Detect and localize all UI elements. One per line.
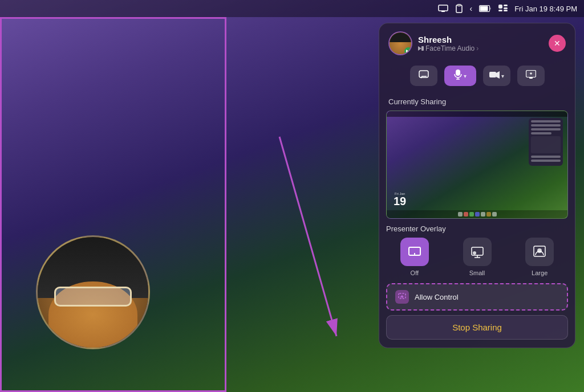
mic-chevron-icon: ▾ <box>464 73 467 79</box>
allow-control-label: Allow Control <box>415 293 459 301</box>
presenter-overlay-section: Presenter Overlay Off <box>379 219 575 280</box>
controls-row: ▾ ▾ <box>379 62 575 94</box>
presenter-option-large: Large <box>511 238 568 276</box>
presenter-options: Off Small <box>386 238 568 276</box>
preview-panel-row <box>531 128 561 130</box>
svg-rect-6 <box>498 5 502 9</box>
currently-sharing-label: Currently Sharing <box>379 94 575 111</box>
screen-preview: Fri Jan 19 <box>386 111 568 219</box>
svg-rect-14 <box>421 46 424 51</box>
panel-avatar <box>388 31 412 55</box>
svg-point-33 <box>537 248 542 253</box>
presenter-small-button[interactable] <box>463 238 492 266</box>
battery-icon <box>479 5 492 12</box>
screen-preview-menubar <box>387 111 567 117</box>
svg-rect-0 <box>439 5 448 11</box>
screen-preview-dock <box>387 210 567 218</box>
preview-panel-row-2 <box>531 160 561 162</box>
svg-rect-9 <box>498 10 502 11</box>
svg-rect-19 <box>489 72 496 77</box>
presenter-off-icon <box>408 245 421 259</box>
panel-username: Shreesh <box>418 35 543 44</box>
svg-rect-5 <box>480 6 488 11</box>
screen-share-menubar-icon[interactable] <box>438 5 448 13</box>
preview-panel-row <box>531 120 561 122</box>
menu-bar-time: Fri Jan 19 8:49 PM <box>514 5 577 13</box>
desktop-sharing-area <box>0 17 226 392</box>
facetime-badge <box>404 47 412 55</box>
clipboard-menubar-icon[interactable] <box>455 4 463 13</box>
stop-sharing-button[interactable]: Stop Sharing <box>386 315 568 340</box>
preview-date-day: 19 <box>394 195 406 207</box>
presenter-off-label: Off <box>411 270 419 276</box>
back-arrow-icon[interactable]: ‹ <box>470 4 473 13</box>
svg-rect-3 <box>457 5 461 6</box>
svg-rect-22 <box>529 77 533 79</box>
panel-header: Shreesh FaceTime Audio › ✕ <box>379 23 575 62</box>
close-panel-button[interactable]: ✕ <box>549 35 566 52</box>
svg-marker-20 <box>496 71 500 79</box>
presenter-overlay-label: Presenter Overlay <box>386 224 568 233</box>
preview-panel-row-2 <box>531 156 561 158</box>
svg-rect-7 <box>504 5 508 6</box>
dock-icon <box>464 212 468 217</box>
cursor-control-icon <box>398 293 406 301</box>
preview-panel-row <box>531 124 561 126</box>
call-type-label: FaceTime Audio <box>425 44 474 52</box>
dock-icon <box>486 212 491 217</box>
avatar-face <box>38 237 148 348</box>
svg-rect-1 <box>441 11 445 12</box>
microphone-icon <box>454 70 462 82</box>
facetime-audio-icon <box>418 46 424 51</box>
svg-rect-8 <box>504 7 508 9</box>
message-icon <box>419 70 429 81</box>
message-button[interactable] <box>410 66 437 86</box>
allow-control-icon <box>395 290 409 304</box>
video-button[interactable]: ▾ <box>483 66 510 86</box>
presenter-option-off: Off <box>386 238 443 276</box>
call-type-chevron: › <box>476 44 478 52</box>
presenter-off-button[interactable] <box>400 238 429 266</box>
svg-rect-16 <box>456 70 460 76</box>
control-center-icon[interactable] <box>498 5 508 13</box>
preview-panel-row <box>531 132 551 134</box>
panel-user-info: Shreesh FaceTime Audio › <box>418 35 543 52</box>
presenter-large-label: Large <box>532 270 548 276</box>
dock-icon <box>458 212 463 217</box>
preview-date-month: Fri Jan <box>394 192 406 195</box>
screen-share-button[interactable] <box>517 66 545 86</box>
presenter-small-icon <box>471 245 484 259</box>
facetime-panel: Shreesh FaceTime Audio › ✕ ▾ <box>379 23 575 348</box>
svg-marker-11 <box>406 50 409 53</box>
video-icon <box>489 71 500 81</box>
menu-bar-right: ‹ Fri Jan 19 8:49 PM <box>438 4 578 13</box>
menu-bar: ‹ Fri Jan 19 8:49 PM <box>0 0 584 17</box>
screen-preview-date: Fri Jan 19 <box>394 192 406 207</box>
presenter-small-label: Small <box>469 270 485 276</box>
svg-point-29 <box>473 251 476 255</box>
avatar-glasses <box>54 287 132 307</box>
microphone-button[interactable]: ▾ <box>444 66 476 86</box>
screen-preview-inner: Fri Jan 19 <box>387 111 567 218</box>
presenter-large-button[interactable] <box>525 238 554 266</box>
presenter-large-icon <box>533 245 546 259</box>
dock-icon <box>475 212 480 217</box>
svg-marker-13 <box>418 46 421 51</box>
desktop-user-avatar <box>36 235 150 349</box>
dock-icon <box>492 212 497 217</box>
screen-preview-panel <box>529 118 563 166</box>
dock-icon <box>469 212 474 217</box>
share-screen-icon <box>526 70 536 81</box>
allow-control-row[interactable]: Allow Control <box>386 283 568 311</box>
close-icon: ✕ <box>554 39 561 48</box>
panel-call-type: FaceTime Audio › <box>418 44 543 52</box>
svg-rect-10 <box>504 10 508 11</box>
svg-rect-12 <box>409 50 411 53</box>
video-chevron-icon: ▾ <box>501 73 504 79</box>
presenter-option-small: Small <box>449 238 506 276</box>
dock-icon <box>481 212 485 217</box>
